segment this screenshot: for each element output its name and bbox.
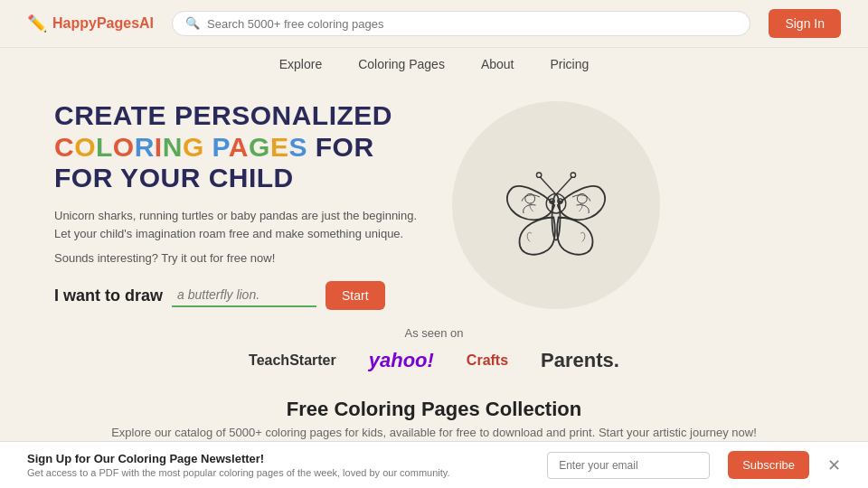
search-input[interactable] — [207, 17, 737, 31]
parents-logo: Parents. — [541, 349, 619, 372]
yahoo-logo: yahoo! — [369, 349, 434, 372]
draw-label: I want to draw — [54, 286, 163, 305]
as-seen-on-section: As seen on TeachStarter yahoo! Crafts Pa… — [0, 310, 868, 381]
header: ✏️ HappyPagesAI 🔍 Sign In — [0, 0, 868, 48]
email-input[interactable] — [547, 452, 710, 479]
hero-image — [452, 101, 660, 309]
collection-title: Free Coloring Pages Collection — [0, 398, 868, 421]
hero-section: Create Personalized Coloring Pages FOR F… — [0, 79, 868, 310]
svg-point-2 — [536, 173, 541, 177]
search-bar[interactable]: 🔍 — [172, 11, 750, 36]
svg-point-4 — [571, 173, 575, 177]
teachstarter-logo: TeachStarter — [249, 352, 336, 369]
search-icon: 🔍 — [185, 16, 200, 31]
hero-title-colored: Coloring Pages — [54, 132, 316, 162]
hero-try-text: Sounds interesting? Try it out for free … — [54, 251, 434, 265]
nav-item-coloring-pages[interactable]: Coloring Pages — [358, 57, 445, 71]
close-banner-button[interactable]: ✕ — [827, 455, 841, 475]
footer-banner-subtitle: Get access to a PDF with the most popula… — [27, 467, 529, 478]
svg-line-3 — [556, 177, 572, 195]
footer-banner-title: Sign Up for Our Coloring Page Newsletter… — [27, 452, 529, 465]
svg-point-11 — [560, 201, 561, 202]
svg-point-7 — [546, 193, 566, 213]
nav-item-pricing[interactable]: Pricing — [551, 57, 590, 71]
as-seen-label: As seen on — [0, 326, 868, 340]
sign-in-button[interactable]: Sign In — [769, 9, 841, 38]
crafts-logo: Crafts — [467, 352, 508, 369]
pencil-icon: ✏️ — [27, 14, 47, 33]
logos-row: TeachStarter yahoo! Crafts Parents. — [0, 349, 868, 372]
draw-input[interactable] — [172, 284, 316, 307]
subscribe-button[interactable]: Subscribe — [728, 451, 809, 479]
hero-description: Unicorn sharks, running turtles or baby … — [54, 207, 434, 245]
hero-text-block: Create Personalized Coloring Pages FOR F… — [54, 100, 434, 310]
footer-text-block: Sign Up for Our Coloring Page Newsletter… — [27, 452, 529, 478]
butterfly-illustration — [475, 124, 637, 286]
footer-banner: Sign Up for Our Coloring Page Newsletter… — [0, 441, 868, 488]
logo-text: HappyPagesAI — [52, 15, 154, 32]
draw-row: I want to draw Start — [54, 281, 434, 310]
start-button[interactable]: Start — [326, 281, 385, 310]
main-nav: Explore Coloring Pages About Pricing — [0, 48, 868, 79]
hero-title: Create Personalized Coloring Pages FOR F… — [54, 100, 434, 194]
svg-line-1 — [540, 177, 556, 195]
collection-description: Explore our catalog of 5000+ coloring pa… — [0, 426, 868, 439]
logo[interactable]: ✏️ HappyPagesAI — [27, 14, 154, 33]
collection-section: Free Coloring Pages Collection Explore o… — [0, 381, 868, 445]
nav-item-about[interactable]: About — [481, 57, 514, 71]
svg-point-10 — [552, 201, 553, 202]
nav-item-explore[interactable]: Explore — [279, 57, 322, 71]
